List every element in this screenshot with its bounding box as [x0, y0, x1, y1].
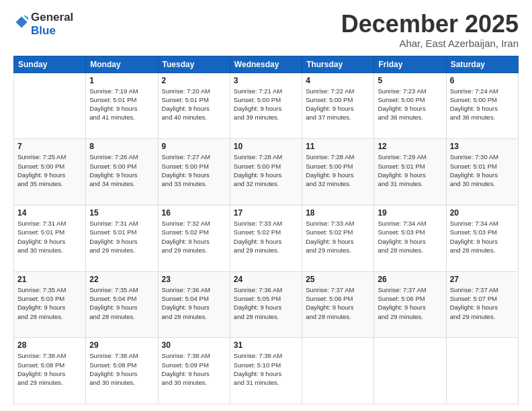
week-row-3: 21Sunrise: 7:35 AM Sunset: 5:03 PM Dayli… [14, 271, 519, 338]
day-number: 28 [17, 340, 82, 350]
weekday-header-saturday: Saturday [446, 56, 518, 73]
day-number: 24 [234, 275, 298, 284]
day-number: 31 [234, 340, 298, 350]
day-number: 4 [306, 76, 370, 85]
day-detail: Sunrise: 7:31 AM Sunset: 5:01 PM Dayligh… [17, 219, 82, 255]
weekday-header-tuesday: Tuesday [158, 56, 230, 73]
calendar-cell: 10Sunrise: 7:28 AM Sunset: 5:00 PM Dayli… [230, 139, 302, 205]
calendar-cell: 22Sunrise: 7:35 AM Sunset: 5:04 PM Dayli… [86, 271, 158, 338]
weekday-header-friday: Friday [374, 56, 446, 73]
day-number: 14 [17, 208, 82, 218]
weekday-header-wednesday: Wednesday [230, 56, 302, 73]
day-detail: Sunrise: 7:28 AM Sunset: 5:00 PM Dayligh… [306, 152, 370, 188]
calendar-cell: 16Sunrise: 7:32 AM Sunset: 5:02 PM Dayli… [158, 205, 230, 271]
day-detail: Sunrise: 7:37 AM Sunset: 5:07 PM Dayligh… [450, 285, 515, 321]
day-detail: Sunrise: 7:37 AM Sunset: 5:06 PM Dayligh… [306, 285, 370, 321]
day-detail: Sunrise: 7:38 AM Sunset: 5:08 PM Dayligh… [89, 351, 154, 387]
day-detail: Sunrise: 7:29 AM Sunset: 5:01 PM Dayligh… [378, 152, 442, 188]
day-number: 17 [234, 208, 298, 218]
day-detail: Sunrise: 7:28 AM Sunset: 5:00 PM Dayligh… [234, 152, 298, 188]
calendar-cell [446, 338, 518, 404]
calendar-cell: 31Sunrise: 7:38 AM Sunset: 5:10 PM Dayli… [230, 338, 302, 404]
calendar-cell: 28Sunrise: 7:38 AM Sunset: 5:08 PM Dayli… [14, 338, 86, 404]
logo-icon [15, 15, 28, 29]
calendar-cell: 25Sunrise: 7:37 AM Sunset: 5:06 PM Dayli… [302, 271, 374, 338]
calendar-cell: 1Sunrise: 7:19 AM Sunset: 5:01 PM Daylig… [86, 73, 158, 139]
day-number: 12 [378, 142, 442, 151]
logo-text: General Blue [31, 11, 73, 37]
day-number: 25 [306, 275, 370, 284]
day-number: 2 [162, 76, 226, 85]
logo: General Blue [13, 11, 73, 37]
day-number: 19 [378, 208, 442, 218]
day-detail: Sunrise: 7:22 AM Sunset: 5:00 PM Dayligh… [306, 87, 370, 122]
day-number: 16 [162, 208, 226, 218]
day-number: 3 [234, 76, 298, 85]
day-number: 18 [306, 208, 370, 218]
day-number: 23 [162, 275, 226, 284]
day-detail: Sunrise: 7:24 AM Sunset: 5:00 PM Dayligh… [450, 87, 515, 122]
weekday-header-monday: Monday [86, 56, 158, 73]
day-number: 8 [89, 142, 154, 151]
calendar-cell: 12Sunrise: 7:29 AM Sunset: 5:01 PM Dayli… [374, 139, 446, 205]
calendar-cell: 29Sunrise: 7:38 AM Sunset: 5:08 PM Dayli… [86, 338, 158, 404]
day-detail: Sunrise: 7:35 AM Sunset: 5:04 PM Dayligh… [89, 285, 154, 321]
day-detail: Sunrise: 7:27 AM Sunset: 5:00 PM Dayligh… [162, 152, 226, 188]
day-number: 7 [17, 142, 82, 151]
calendar-cell: 23Sunrise: 7:36 AM Sunset: 5:04 PM Dayli… [158, 271, 230, 338]
day-detail: Sunrise: 7:32 AM Sunset: 5:02 PM Dayligh… [162, 219, 226, 255]
day-number: 21 [17, 275, 82, 284]
day-detail: Sunrise: 7:33 AM Sunset: 5:02 PM Dayligh… [234, 219, 298, 255]
calendar-cell: 2Sunrise: 7:20 AM Sunset: 5:01 PM Daylig… [158, 73, 230, 139]
day-detail: Sunrise: 7:34 AM Sunset: 5:03 PM Dayligh… [378, 219, 442, 255]
day-number: 5 [378, 76, 442, 85]
day-detail: Sunrise: 7:33 AM Sunset: 5:02 PM Dayligh… [306, 219, 370, 255]
day-detail: Sunrise: 7:36 AM Sunset: 5:04 PM Dayligh… [162, 285, 226, 321]
page: General Blue December 2025 Ahar, East Az… [0, 0, 532, 411]
day-detail: Sunrise: 7:20 AM Sunset: 5:01 PM Dayligh… [162, 87, 226, 122]
day-number: 1 [89, 76, 154, 85]
day-detail: Sunrise: 7:36 AM Sunset: 5:05 PM Dayligh… [234, 285, 298, 321]
header: General Blue December 2025 Ahar, East Az… [13, 11, 519, 49]
calendar-cell: 20Sunrise: 7:34 AM Sunset: 5:03 PM Dayli… [446, 205, 518, 271]
day-number: 10 [234, 142, 298, 151]
day-number: 26 [378, 275, 442, 284]
calendar-cell: 13Sunrise: 7:30 AM Sunset: 5:01 PM Dayli… [446, 139, 518, 205]
calendar-cell [14, 73, 86, 139]
calendar-cell: 4Sunrise: 7:22 AM Sunset: 5:00 PM Daylig… [302, 73, 374, 139]
calendar-cell: 24Sunrise: 7:36 AM Sunset: 5:05 PM Dayli… [230, 271, 302, 338]
day-number: 27 [450, 275, 515, 284]
calendar-cell: 6Sunrise: 7:24 AM Sunset: 5:00 PM Daylig… [446, 73, 518, 139]
week-row-4: 28Sunrise: 7:38 AM Sunset: 5:08 PM Dayli… [14, 338, 519, 404]
calendar-cell: 9Sunrise: 7:27 AM Sunset: 5:00 PM Daylig… [158, 139, 230, 205]
calendar-table: SundayMondayTuesdayWednesdayThursdayFrid… [13, 56, 519, 404]
calendar-cell: 3Sunrise: 7:21 AM Sunset: 5:00 PM Daylig… [230, 73, 302, 139]
calendar-cell: 7Sunrise: 7:25 AM Sunset: 5:00 PM Daylig… [14, 139, 86, 205]
day-number: 15 [89, 208, 154, 218]
calendar-title: December 2025 [341, 11, 519, 38]
day-detail: Sunrise: 7:21 AM Sunset: 5:00 PM Dayligh… [234, 87, 298, 122]
day-number: 22 [89, 275, 154, 284]
day-detail: Sunrise: 7:38 AM Sunset: 5:08 PM Dayligh… [17, 351, 82, 387]
day-number: 11 [306, 142, 370, 151]
calendar-cell [374, 338, 446, 404]
day-number: 30 [162, 340, 226, 350]
day-detail: Sunrise: 7:38 AM Sunset: 5:09 PM Dayligh… [162, 351, 226, 387]
day-detail: Sunrise: 7:34 AM Sunset: 5:03 PM Dayligh… [450, 219, 515, 255]
week-row-1: 7Sunrise: 7:25 AM Sunset: 5:00 PM Daylig… [14, 139, 519, 205]
calendar-cell: 30Sunrise: 7:38 AM Sunset: 5:09 PM Dayli… [158, 338, 230, 404]
day-detail: Sunrise: 7:38 AM Sunset: 5:10 PM Dayligh… [234, 351, 298, 387]
day-detail: Sunrise: 7:30 AM Sunset: 5:01 PM Dayligh… [450, 152, 515, 188]
calendar-cell: 14Sunrise: 7:31 AM Sunset: 5:01 PM Dayli… [14, 205, 86, 271]
day-number: 13 [450, 142, 515, 151]
day-number: 9 [162, 142, 226, 151]
calendar-cell: 21Sunrise: 7:35 AM Sunset: 5:03 PM Dayli… [14, 271, 86, 338]
day-number: 20 [450, 208, 515, 218]
week-row-2: 14Sunrise: 7:31 AM Sunset: 5:01 PM Dayli… [14, 205, 519, 271]
calendar-cell: 17Sunrise: 7:33 AM Sunset: 5:02 PM Dayli… [230, 205, 302, 271]
calendar-cell: 27Sunrise: 7:37 AM Sunset: 5:07 PM Dayli… [446, 271, 518, 338]
calendar-cell: 8Sunrise: 7:26 AM Sunset: 5:00 PM Daylig… [86, 139, 158, 205]
calendar-cell: 5Sunrise: 7:23 AM Sunset: 5:00 PM Daylig… [374, 73, 446, 139]
day-detail: Sunrise: 7:23 AM Sunset: 5:00 PM Dayligh… [378, 87, 442, 122]
calendar-cell [302, 338, 374, 404]
